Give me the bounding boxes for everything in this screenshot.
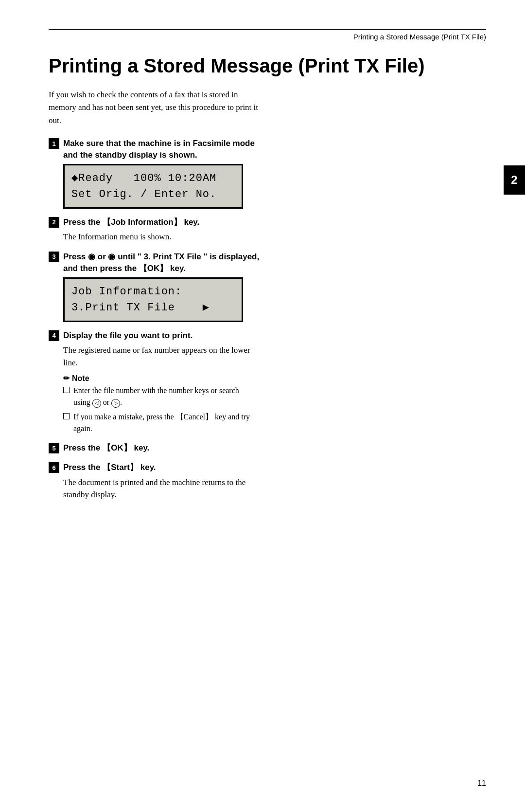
chapter-tab: 2: [504, 165, 525, 195]
step-3-text: Press ◉ or ◉ until " 3. Print TX File " …: [63, 251, 267, 274]
left-arrow-icon: ◁: [92, 399, 101, 408]
note-label: ✏ Note: [63, 374, 486, 383]
step-6-text: Press the 【Start】 key.: [63, 462, 156, 473]
header-title: Printing a Stored Message (Print TX File…: [49, 33, 486, 41]
step-4-number: 4: [49, 330, 59, 341]
step-3: 3 Press ◉ or ◉ until " 3. Print TX File …: [49, 251, 486, 322]
note-checkbox-1: [63, 387, 70, 393]
right-arrow-icon: ▷: [111, 399, 120, 408]
page-title: Printing a Stored Message (Print TX File…: [49, 54, 486, 77]
step-6-number: 6: [49, 462, 59, 473]
lcd-line-4: 3.Print TX File ▶: [71, 300, 235, 316]
note-section: ✏ Note Enter the file number with the nu…: [63, 374, 486, 434]
step-5-number: 5: [49, 443, 59, 453]
note-checkbox-2: [63, 413, 70, 419]
note-title: Note: [72, 374, 89, 383]
lcd-line-2: Set Orig. / Enter No.: [71, 186, 235, 202]
step-2-subtext: The Information menu is shown.: [63, 231, 262, 243]
step-6-subtext: The document is printed and the machine …: [63, 476, 262, 501]
lcd-display-1: ◆Ready 100% 10:20AM Set Orig. / Enter No…: [63, 164, 243, 209]
page: Printing a Stored Message (Print TX File…: [0, 0, 525, 812]
step-4-subtext: The registered name or fax number appear…: [63, 344, 262, 369]
step-5-text: Press the 【OK】 key.: [63, 442, 149, 454]
lcd-line-3: Job Information:: [71, 284, 235, 300]
step-3-number: 3: [49, 252, 59, 262]
note-item-1-text: Enter the file number with the number ke…: [73, 385, 258, 408]
step-2-text: Press the 【Job Information】 key.: [63, 217, 199, 228]
note-icon: ✏: [63, 374, 70, 383]
step-2-header: 2 Press the 【Job Information】 key.: [49, 217, 486, 228]
step-4: 4 Display the file you want to print. Th…: [49, 330, 486, 435]
lcd-display-2: Job Information: 3.Print TX File ▶: [63, 277, 243, 322]
step-1-text: Make sure that the machine is in Facsimi…: [63, 138, 267, 161]
step-1-header: 1 Make sure that the machine is in Facsi…: [49, 138, 486, 161]
note-item-2: If you make a mistake, press the 【Cancel…: [63, 411, 258, 434]
step-5: 5 Press the 【OK】 key.: [49, 442, 486, 454]
step-2: 2 Press the 【Job Information】 key. The I…: [49, 217, 486, 243]
step-4-text: Display the file you want to print.: [63, 330, 192, 342]
step-1-number: 1: [49, 138, 59, 149]
note-item-1: Enter the file number with the number ke…: [63, 385, 258, 408]
step-4-header: 4 Display the file you want to print.: [49, 330, 486, 342]
step-2-number: 2: [49, 217, 59, 228]
step-6: 6 Press the 【Start】 key. The document is…: [49, 462, 486, 501]
footer-page-number: 11: [477, 779, 486, 788]
lcd-line-1: ◆Ready 100% 10:20AM: [71, 170, 235, 186]
intro-paragraph: If you wish to check the contents of a f…: [49, 89, 262, 127]
step-1: 1 Make sure that the machine is in Facsi…: [49, 138, 486, 209]
step-3-header: 3 Press ◉ or ◉ until " 3. Print TX File …: [49, 251, 486, 274]
header-rule: [49, 29, 486, 30]
note-item-2-text: If you make a mistake, press the 【Cancel…: [73, 411, 258, 434]
step-5-header: 5 Press the 【OK】 key.: [49, 442, 486, 454]
step-6-header: 6 Press the 【Start】 key.: [49, 462, 486, 473]
